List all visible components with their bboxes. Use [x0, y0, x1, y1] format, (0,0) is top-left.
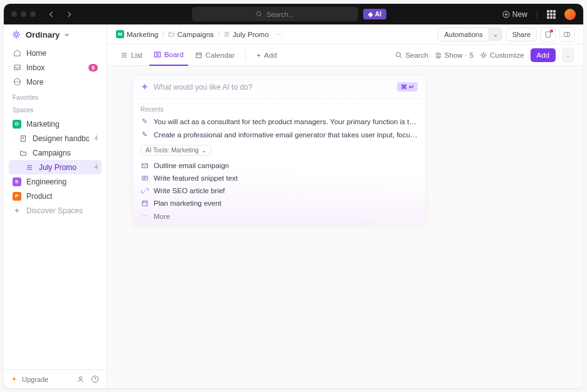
add-task-dropdown[interactable]: ⌄ [562, 48, 574, 63]
plus-circle-icon [502, 11, 510, 18]
automations-button[interactable]: Automations [438, 28, 489, 41]
space-product[interactable]: P Product [9, 189, 102, 203]
sidebar: Ordinary Home Inbox 9 More Favorite [4, 24, 107, 388]
workspace-name: Ordinary [26, 30, 60, 40]
svg-rect-9 [546, 31, 551, 37]
svg-rect-17 [142, 176, 147, 180]
svg-point-0 [256, 11, 260, 15]
ai-tools-category-dropdown[interactable]: AI Tools: Marketing ⌄ [140, 145, 211, 156]
space-engineering[interactable]: E Engineering [9, 174, 102, 189]
apps-grid-icon[interactable] [547, 10, 556, 19]
wand-icon: ✎ [140, 117, 149, 125]
calendar-icon [140, 199, 149, 207]
snippet-icon [140, 174, 149, 182]
search-icon [256, 11, 263, 18]
ai-more-button[interactable]: ⋯ More [133, 209, 425, 223]
workspace-switcher[interactable]: Ordinary [4, 24, 107, 45]
new-button[interactable]: New [502, 10, 527, 19]
breadcrumb-folder[interactable]: Campaigns [168, 31, 214, 38]
svg-point-4 [19, 82, 20, 83]
home-icon [13, 49, 21, 57]
spaces-header: Spaces [4, 103, 107, 115]
board-canvas: ✦ ⌘ ↵ Recents ✎ You will act as a consul… [107, 66, 583, 388]
ai-prompt-input[interactable] [154, 83, 392, 92]
link-icon [140, 187, 149, 194]
breadcrumb-more-icon[interactable]: ⋯ [275, 30, 283, 39]
list-icon [120, 51, 128, 59]
upgrade-icon: ✦ [11, 375, 17, 383]
svg-point-2 [14, 82, 15, 83]
share-button[interactable]: Share [506, 28, 537, 41]
breadcrumb-list[interactable]: July Promo [223, 31, 269, 38]
help-icon[interactable] [91, 375, 99, 383]
ai-panel: ✦ ⌘ ↵ Recents ✎ You will act as a consul… [132, 75, 426, 226]
plus-icon: + [13, 206, 21, 215]
user-avatar[interactable] [564, 9, 576, 20]
inbox-icon [13, 63, 21, 72]
svg-rect-13 [196, 53, 201, 58]
ai-tool-item[interactable]: Outline email campaign [133, 159, 425, 172]
list-icon [25, 164, 34, 171]
nav-forward-button[interactable] [62, 8, 76, 21]
plus-icon: + [256, 51, 261, 59]
svg-point-3 [16, 82, 18, 83]
recent-prompt-item[interactable]: ✎ Create a professional and informative … [133, 128, 425, 141]
window-controls [11, 11, 36, 17]
sparkle-icon: ✦ [140, 81, 149, 93]
gear-icon [480, 51, 487, 59]
toolbar-search[interactable]: Search [395, 51, 428, 59]
list-icon [223, 31, 230, 38]
ai-tool-item[interactable]: Write featured snippet text [133, 172, 425, 184]
view-add-button[interactable]: + Add [252, 45, 281, 66]
ai-tool-item[interactable]: Write SEO article brief [133, 184, 425, 197]
breadcrumb-space[interactable]: M Marketing [116, 30, 159, 38]
view-tab-calendar[interactable]: Calendar [191, 45, 240, 66]
board-icon [154, 51, 161, 58]
sidebar-item-campaigns[interactable]: Campaigns [9, 146, 102, 160]
notifications-button[interactable] [541, 27, 556, 42]
toolbar-show[interactable]: Show·5 [435, 51, 473, 59]
inbox-badge: 9 [88, 64, 98, 72]
svg-rect-12 [158, 52, 161, 57]
space-chip: D [13, 120, 21, 129]
breadcrumb: M Marketing / Campaigns / July Promo ⋯ A… [107, 24, 583, 45]
doc-icon [19, 135, 28, 142]
view-tab-board[interactable]: Board [149, 45, 188, 66]
chevron-down-icon: ⌄ [201, 147, 206, 154]
automations-dropdown[interactable]: ⌄ [489, 28, 502, 41]
sidebar-discover-spaces[interactable]: + Discover Spaces [9, 203, 102, 218]
svg-point-14 [396, 52, 401, 56]
mail-icon [140, 162, 149, 169]
favorites-header: Favorites [4, 90, 107, 103]
layers-icon [435, 51, 442, 59]
sidebar-more[interactable]: More [9, 75, 102, 89]
workspace-logo-icon [11, 29, 21, 40]
person-icon[interactable] [77, 375, 85, 383]
panel-toggle-button[interactable] [559, 27, 574, 42]
wand-icon: ✎ [140, 130, 149, 139]
sidebar-inbox[interactable]: Inbox 9 [9, 60, 102, 75]
chevron-down-icon [64, 32, 70, 38]
upgrade-link[interactable]: Upgrade [22, 376, 48, 383]
more-icon [13, 78, 21, 86]
svg-rect-11 [154, 52, 157, 57]
view-tab-list[interactable]: List [116, 45, 147, 66]
search-icon [395, 51, 403, 59]
global-search-input[interactable]: Search... [192, 7, 358, 21]
ellipsis-icon: ⋯ [140, 212, 149, 220]
add-task-button[interactable]: Add [531, 48, 556, 62]
calendar-icon [195, 51, 203, 59]
space-marketing[interactable]: D Marketing [9, 117, 102, 131]
sidebar-home[interactable]: Home [9, 46, 102, 60]
sidebar-item-july-promo[interactable]: July Promo 4 [9, 160, 102, 174]
ai-button[interactable]: ◈AI [363, 9, 386, 19]
ai-tool-item[interactable]: Plan marketing event [133, 197, 425, 209]
titlebar: Search... ◈AI New | [4, 4, 583, 24]
toolbar-customize[interactable]: Customize [480, 51, 524, 59]
svg-rect-10 [564, 32, 570, 36]
sidebar-item-designer-handbook[interactable]: Designer handbook 4 [9, 131, 102, 146]
svg-rect-18 [142, 201, 147, 206]
space-chip: P [13, 192, 21, 201]
nav-back-button[interactable] [45, 8, 58, 21]
recent-prompt-item[interactable]: ✎ You will act as a consultant for tech … [133, 115, 425, 128]
